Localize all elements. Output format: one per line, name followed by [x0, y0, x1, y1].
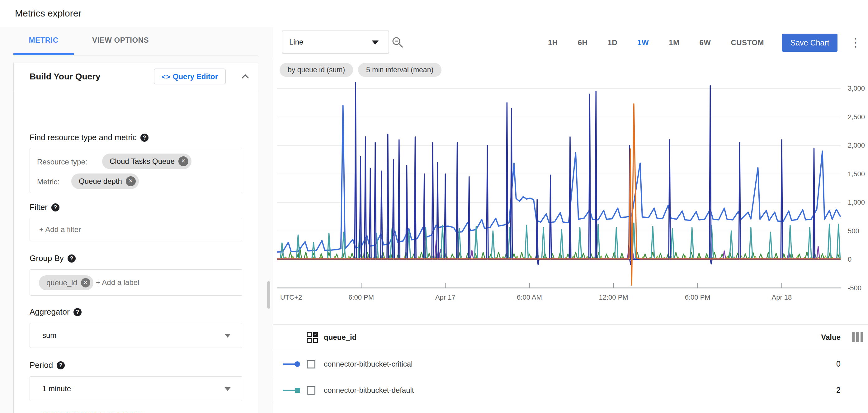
x-axis-label: Apr 18 [757, 293, 807, 301]
x-axis-label: 6:00 PM [336, 293, 386, 301]
tab-metric[interactable]: METRIC [13, 27, 74, 53]
find-resource-heading: Find resource type and metric [30, 133, 149, 142]
chevron-down-icon [28, 412, 34, 413]
help-icon[interactable] [141, 134, 149, 142]
chart-type-value: Line [289, 31, 303, 53]
tab-view-options[interactable]: VIEW OPTIONS [74, 27, 167, 53]
add-label-placeholder: + Add a label [96, 278, 139, 287]
range-button-6h[interactable]: 6H [568, 27, 598, 58]
chart-pane: Line 1H6H1D1W1M6WCUSTOM Save Chart by qu… [273, 27, 868, 413]
help-icon[interactable] [51, 203, 59, 211]
query-sidebar: METRICVIEW OPTIONS Build Your Query Quer… [0, 27, 273, 413]
queue-id-cell: connector-bitbucket-critical [324, 360, 412, 368]
query-editor-button[interactable]: Query Editor [154, 68, 226, 84]
aggregator-value: sum [42, 323, 56, 348]
dropdown-arrow-icon [224, 334, 231, 337]
y-axis-label: -500 [848, 284, 868, 292]
resource-type-label: Resource type: [37, 157, 87, 166]
range-button-1h[interactable]: 1H [538, 27, 568, 58]
value-column-header[interactable]: Value [821, 333, 841, 342]
row-checkbox[interactable] [307, 360, 315, 368]
range-button-custom[interactable]: CUSTOM [721, 27, 774, 58]
aggregation-chip-0[interactable]: by queue id (sum) [280, 63, 353, 77]
remove-metric-icon[interactable] [126, 176, 136, 186]
help-icon[interactable] [67, 255, 76, 263]
metric-label: Metric: [37, 178, 59, 186]
metric-chip-label: Queue depth [79, 177, 122, 186]
series-marker-square [283, 386, 300, 394]
x-axis-label: Apr 17 [420, 293, 470, 301]
group-by-chip[interactable]: queue_id [39, 275, 93, 290]
value-cell: 2 [836, 386, 841, 394]
period-value: 1 minute [42, 377, 71, 401]
column-bar [861, 332, 863, 342]
value-cell: 0 [836, 359, 841, 368]
resource-type-chip-label: Cloud Tasks Queue [110, 157, 175, 166]
group-by-box[interactable]: queue_id + Add a label [30, 269, 242, 296]
build-query-card: Build Your Query Query Editor Find resou… [13, 63, 258, 413]
aggregator-select[interactable]: sum [30, 323, 242, 348]
period-label: Period [30, 360, 53, 370]
grid-square-checked [313, 332, 318, 337]
timezone-label: UTC+2 [280, 293, 317, 301]
x-axis-label: 6:00 PM [673, 293, 723, 301]
column-bar [852, 332, 855, 342]
range-button-1d[interactable]: 1D [597, 27, 627, 58]
table-row[interactable]: connector-bitbucket-default2 [273, 377, 868, 403]
show-advanced-options-link[interactable]: SHOW ADVANCED OPTIONS [30, 411, 141, 413]
table-row[interactable]: connector-bitbucket-critical0 [273, 351, 868, 377]
help-icon[interactable] [73, 308, 82, 316]
chart-plot-svg [277, 80, 841, 298]
app-header: Metrics explorer [0, 0, 868, 27]
queue-id-column-header[interactable]: queue_id [324, 333, 356, 342]
group-by-chip-label: queue_id [46, 278, 77, 287]
aggregation-chip-1[interactable]: 5 min interval (mean) [358, 63, 441, 77]
resource-type-chip[interactable]: Cloud Tasks Queue [102, 153, 191, 169]
more-options-button[interactable] [849, 31, 862, 53]
table-header-row: queue_id Value [273, 324, 868, 351]
group-by-label: Group By [30, 254, 64, 263]
y-axis-label: 0 [848, 256, 868, 264]
collapse-card-button[interactable] [240, 71, 251, 82]
time-range-buttons: 1H6H1D1W1M6WCUSTOM [538, 27, 774, 58]
sidebar-scrollbar[interactable] [267, 281, 270, 309]
filter-placeholder: + Add a filter [39, 225, 81, 234]
series-marker-circle [283, 360, 300, 368]
aggregator-label: Aggregator [30, 307, 70, 317]
dropdown-arrow-icon [372, 40, 379, 45]
filter-input[interactable]: + Add a filter [30, 218, 242, 241]
find-resource-label: Find resource type and metric [30, 133, 137, 142]
sidebar-tabs: METRICVIEW OPTIONS [13, 27, 258, 55]
period-heading: Period [30, 360, 65, 370]
save-chart-button[interactable]: Save Chart [782, 34, 837, 52]
chart-toolbar: Line 1H6H1D1W1M6WCUSTOM Save Chart [273, 27, 868, 58]
metric-chip[interactable]: Queue depth [71, 174, 139, 189]
remove-resource-icon[interactable] [178, 156, 188, 166]
group-by-heading: Group By [30, 254, 76, 263]
zoom-search-icon[interactable] [391, 36, 405, 50]
kebab-menu-icon [849, 42, 862, 47]
range-button-1w[interactable]: 1W [627, 27, 659, 58]
y-axis-label: 2,000 [848, 141, 868, 149]
chart-type-select[interactable]: Line [282, 31, 389, 54]
select-all-grid-icon[interactable] [307, 332, 318, 344]
x-axis-label: 6:00 AM [504, 293, 554, 301]
series-unlabeled-navy [277, 83, 841, 265]
range-button-6w[interactable]: 6W [689, 27, 721, 58]
y-axis-label: 2,500 [848, 113, 868, 121]
advanced-options-label: SHOW ADVANCED OPTIONS [39, 411, 141, 413]
filter-heading: Filter [30, 202, 59, 212]
period-select[interactable]: 1 minute [30, 376, 242, 401]
y-axis-label: 500 [848, 227, 868, 235]
remove-group-by-icon[interactable] [81, 278, 90, 288]
y-axis-label: 1,000 [848, 198, 868, 206]
line-chart[interactable]: 3,0002,5002,0001,5001,0005000-500UTC+26:… [277, 80, 841, 298]
code-brackets-icon [162, 72, 170, 81]
x-axis-label: 12:00 PM [589, 293, 639, 301]
columns-icon[interactable] [852, 332, 864, 342]
row-checkbox[interactable] [307, 386, 315, 394]
grid-square [313, 338, 318, 343]
help-icon[interactable] [57, 361, 65, 370]
range-button-1m[interactable]: 1M [659, 27, 689, 58]
dropdown-arrow-icon [224, 387, 231, 391]
